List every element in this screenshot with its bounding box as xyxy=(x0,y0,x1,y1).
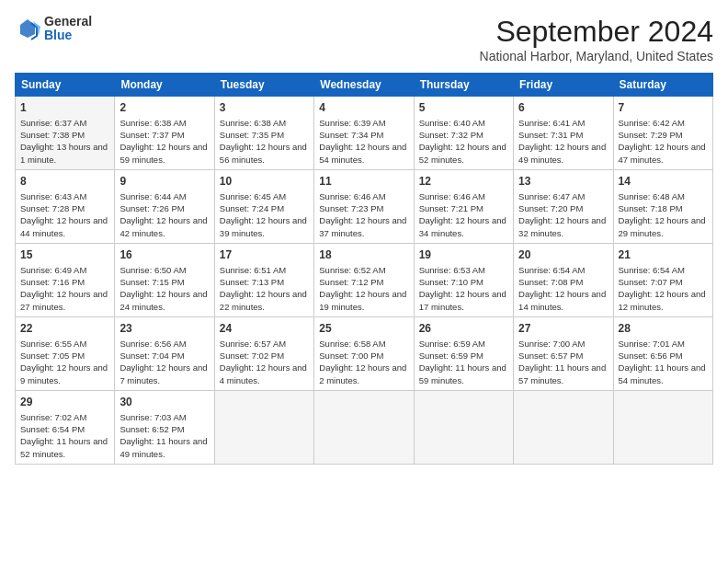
day-info: Sunrise: 6:43 AMSunset: 7:28 PMDaylight:… xyxy=(20,190,109,239)
month-title: September 2024 xyxy=(480,15,713,49)
day-num: 23 xyxy=(119,321,209,337)
day-info: Sunrise: 7:01 AMSunset: 6:56 PMDaylight:… xyxy=(619,338,708,386)
day-info: Sunrise: 6:41 AMSunset: 7:31 PMDaylight:… xyxy=(518,117,608,166)
day-info: Sunrise: 6:49 AMSunset: 7:16 PMDaylight:… xyxy=(20,264,109,313)
day-info: Sunrise: 7:03 AMSunset: 6:52 PMDaylight:… xyxy=(119,411,209,460)
week-row-2: 8 Sunrise: 6:43 AMSunset: 7:28 PMDayligh… xyxy=(16,169,713,243)
empty-cell xyxy=(613,390,712,464)
day-info: Sunrise: 6:50 AMSunset: 7:15 PMDaylight:… xyxy=(119,264,209,313)
day-info: Sunrise: 6:46 AMSunset: 7:23 PMDaylight:… xyxy=(319,190,408,239)
day-num: 1 xyxy=(20,100,109,116)
calendar: Sunday Monday Tuesday Wednesday Thursday… xyxy=(15,73,713,465)
day-27: 27 Sunrise: 7:00 AMSunset: 6:57 PMDaylig… xyxy=(514,316,613,390)
day-info: Sunrise: 6:46 AMSunset: 7:21 PMDaylight:… xyxy=(419,190,508,239)
empty-cell xyxy=(314,390,414,464)
day-30: 30 Sunrise: 7:03 AMSunset: 6:52 PMDaylig… xyxy=(115,390,214,464)
empty-cell xyxy=(514,390,613,464)
day-18: 18 Sunrise: 6:52 AMSunset: 7:12 PMDaylig… xyxy=(314,243,414,316)
empty-cell xyxy=(214,390,313,464)
day-num: 5 xyxy=(419,100,508,116)
day-info: Sunrise: 7:00 AMSunset: 6:57 PMDaylight:… xyxy=(518,338,608,386)
day-10: 10 Sunrise: 6:45 AMSunset: 7:24 PMDaylig… xyxy=(214,169,313,243)
day-info: Sunrise: 6:58 AMSunset: 7:00 PMDaylight:… xyxy=(319,338,408,386)
day-num: 26 xyxy=(419,321,508,337)
week-row-5: 29 Sunrise: 7:02 AMSunset: 6:54 PMDaylig… xyxy=(16,390,713,464)
week-row-4: 22 Sunrise: 6:55 AMSunset: 7:05 PMDaylig… xyxy=(16,316,713,390)
day-11: 11 Sunrise: 6:46 AMSunset: 7:23 PMDaylig… xyxy=(314,169,414,243)
day-num: 6 xyxy=(518,100,608,116)
title-section: September 2024 National Harbor, Maryland… xyxy=(480,15,713,63)
day-num: 12 xyxy=(419,174,508,190)
location: National Harbor, Maryland, United States xyxy=(480,49,713,63)
day-4: 4 Sunrise: 6:39 AMSunset: 7:34 PMDayligh… xyxy=(314,97,414,170)
week-row-3: 15 Sunrise: 6:49 AMSunset: 7:16 PMDaylig… xyxy=(16,243,713,316)
day-19: 19 Sunrise: 6:53 AMSunset: 7:10 PMDaylig… xyxy=(414,243,513,316)
day-num: 3 xyxy=(220,100,309,116)
day-9: 9 Sunrise: 6:44 AMSunset: 7:26 PMDayligh… xyxy=(115,169,214,243)
day-5: 5 Sunrise: 6:40 AMSunset: 7:32 PMDayligh… xyxy=(414,97,513,170)
logo-icon xyxy=(15,16,40,41)
day-info: Sunrise: 6:38 AMSunset: 7:35 PMDaylight:… xyxy=(220,117,309,166)
day-info: Sunrise: 6:51 AMSunset: 7:13 PMDaylight:… xyxy=(220,264,309,313)
day-num: 29 xyxy=(20,395,109,410)
day-info: Sunrise: 6:48 AMSunset: 7:18 PMDaylight:… xyxy=(619,190,708,239)
day-num: 14 xyxy=(619,174,708,190)
day-num: 7 xyxy=(619,100,708,116)
weekday-header-row: Sunday Monday Tuesday Wednesday Thursday… xyxy=(16,74,713,97)
header-tuesday: Tuesday xyxy=(214,74,313,97)
day-num: 19 xyxy=(419,247,508,263)
day-num: 24 xyxy=(220,321,309,337)
day-17: 17 Sunrise: 6:51 AMSunset: 7:13 PMDaylig… xyxy=(214,243,313,316)
day-num: 8 xyxy=(20,174,109,190)
logo: General Blue xyxy=(15,15,92,43)
day-num: 18 xyxy=(319,247,408,263)
day-20: 20 Sunrise: 6:54 AMSunset: 7:08 PMDaylig… xyxy=(514,243,613,316)
day-info: Sunrise: 6:52 AMSunset: 7:12 PMDaylight:… xyxy=(319,264,408,313)
day-13: 13 Sunrise: 6:47 AMSunset: 7:20 PMDaylig… xyxy=(514,169,613,243)
day-22: 22 Sunrise: 6:55 AMSunset: 7:05 PMDaylig… xyxy=(16,316,115,390)
day-info: Sunrise: 6:59 AMSunset: 6:59 PMDaylight:… xyxy=(419,338,508,386)
day-info: Sunrise: 6:37 AMSunset: 7:38 PMDaylight:… xyxy=(20,117,109,166)
day-28: 28 Sunrise: 7:01 AMSunset: 6:56 PMDaylig… xyxy=(613,316,712,390)
header-thursday: Thursday xyxy=(414,74,513,97)
day-29: 29 Sunrise: 7:02 AMSunset: 6:54 PMDaylig… xyxy=(16,390,115,464)
page: General Blue September 2024 National Har… xyxy=(0,0,728,474)
day-num: 28 xyxy=(619,321,708,337)
day-24: 24 Sunrise: 6:57 AMSunset: 7:02 PMDaylig… xyxy=(214,316,313,390)
empty-cell xyxy=(414,390,513,464)
day-info: Sunrise: 6:45 AMSunset: 7:24 PMDaylight:… xyxy=(220,190,309,239)
day-num: 4 xyxy=(319,100,408,116)
day-info: Sunrise: 6:55 AMSunset: 7:05 PMDaylight:… xyxy=(20,338,109,386)
header-sunday: Sunday xyxy=(16,74,115,97)
day-info: Sunrise: 6:40 AMSunset: 7:32 PMDaylight:… xyxy=(419,117,508,166)
day-2: 2 Sunrise: 6:38 AMSunset: 7:37 PMDayligh… xyxy=(115,97,214,170)
day-info: Sunrise: 6:47 AMSunset: 7:20 PMDaylight:… xyxy=(518,190,608,239)
day-num: 20 xyxy=(518,247,608,263)
header: General Blue September 2024 National Har… xyxy=(15,15,713,63)
day-3: 3 Sunrise: 6:38 AMSunset: 7:35 PMDayligh… xyxy=(214,97,313,170)
day-num: 13 xyxy=(518,174,608,190)
day-num: 10 xyxy=(220,174,309,190)
header-friday: Friday xyxy=(514,74,613,97)
day-num: 25 xyxy=(319,321,408,337)
day-info: Sunrise: 6:38 AMSunset: 7:37 PMDaylight:… xyxy=(119,117,209,166)
day-info: Sunrise: 6:53 AMSunset: 7:10 PMDaylight:… xyxy=(419,264,508,313)
day-num: 16 xyxy=(119,247,209,263)
day-25: 25 Sunrise: 6:58 AMSunset: 7:00 PMDaylig… xyxy=(314,316,414,390)
header-monday: Monday xyxy=(115,74,214,97)
day-num: 30 xyxy=(119,395,209,410)
day-14: 14 Sunrise: 6:48 AMSunset: 7:18 PMDaylig… xyxy=(613,169,712,243)
day-num: 15 xyxy=(20,247,109,263)
day-26: 26 Sunrise: 6:59 AMSunset: 6:59 PMDaylig… xyxy=(414,316,513,390)
day-num: 2 xyxy=(119,100,209,116)
logo-blue: Blue xyxy=(44,28,72,42)
day-num: 17 xyxy=(220,247,309,263)
day-21: 21 Sunrise: 6:54 AMSunset: 7:07 PMDaylig… xyxy=(613,243,712,316)
day-info: Sunrise: 6:56 AMSunset: 7:04 PMDaylight:… xyxy=(119,338,209,386)
day-info: Sunrise: 6:54 AMSunset: 7:08 PMDaylight:… xyxy=(518,264,608,313)
logo-general: General xyxy=(44,14,92,29)
day-23: 23 Sunrise: 6:56 AMSunset: 7:04 PMDaylig… xyxy=(115,316,214,390)
header-wednesday: Wednesday xyxy=(314,74,414,97)
day-info: Sunrise: 6:42 AMSunset: 7:29 PMDaylight:… xyxy=(619,117,708,166)
day-1-sun: 1 Sunrise: 6:37 AMSunset: 7:38 PMDayligh… xyxy=(16,97,115,170)
